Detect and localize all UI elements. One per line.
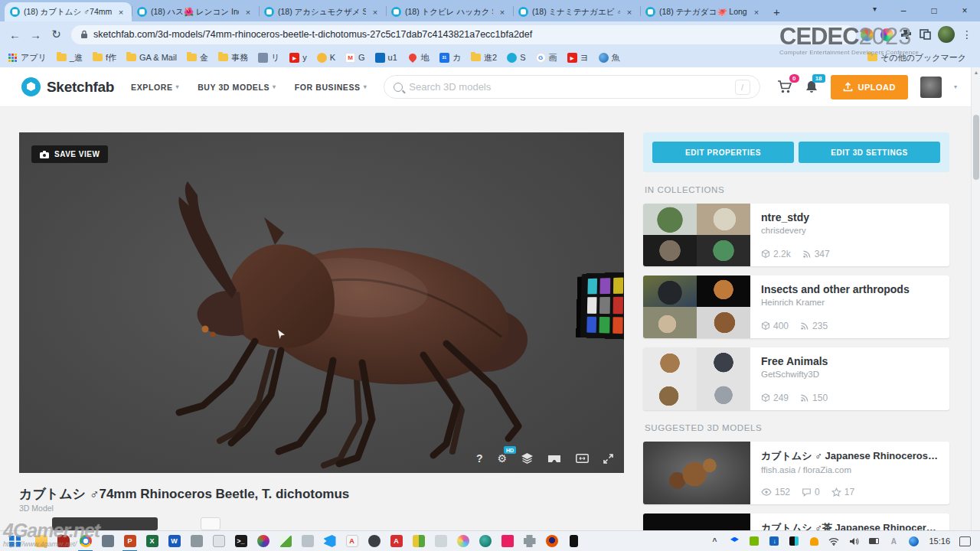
vr-button[interactable] [547, 455, 561, 463]
bookmark-site[interactable]: K [317, 53, 335, 63]
start-button[interactable] [9, 536, 21, 547]
bookmark-folder[interactable]: 進2 [471, 52, 497, 64]
tray-ime-icon[interactable]: A [884, 531, 903, 551]
cart-button[interactable]: 0 [777, 80, 792, 94]
search-box[interactable]: / [384, 75, 760, 99]
extensions-puzzle-icon[interactable] [900, 28, 913, 41]
tab-rhinoceros-beetle[interactable]: (18) カブトムシ ♂74mm Rhin × [5, 2, 132, 21]
tray-chevron-icon[interactable]: ^ [705, 531, 724, 551]
tab-octopus[interactable]: (18) テナガダコ🐙 Long Arm × [640, 2, 767, 21]
taskbar-app-yellow-green[interactable] [407, 531, 430, 551]
scrollbar-up-arrow[interactable]: ▲ [973, 70, 979, 76]
notification-center-icon[interactable] [959, 536, 971, 546]
collection-card[interactable]: ntre_stdy chrisdevery 2.2k 347 [643, 204, 949, 266]
tab-close-icon[interactable]: × [243, 8, 253, 17]
scrollbar-thumb[interactable] [973, 115, 979, 180]
nav-explore[interactable]: EXPLORE▾ [131, 83, 179, 92]
window-minimize-button[interactable]: – [888, 5, 919, 16]
tab-close-icon[interactable]: × [370, 8, 381, 17]
page-scrollbar[interactable]: ▲ [971, 67, 980, 530]
suggested-model-card[interactable]: カブトムシ ♂ Japanese Rhinoceros Beetle... ff… [643, 442, 949, 504]
tray-nvidia-icon[interactable] [745, 531, 763, 551]
window-close-button[interactable]: × [949, 5, 980, 16]
bookmark-site[interactable]: リ [258, 52, 279, 64]
taskbar-device-app[interactable] [563, 531, 585, 551]
taskbar-app-red[interactable] [52, 531, 74, 551]
theater-mode-button[interactable] [576, 454, 589, 463]
fullscreen-button[interactable] [603, 454, 613, 464]
bookmark-gmail[interactable]: MG [345, 53, 365, 63]
tray-battery-icon[interactable] [864, 531, 883, 551]
taskbar-powerpoint[interactable]: P [119, 531, 141, 551]
nav-for-business[interactable]: FOR BUSINESS▾ [295, 83, 368, 92]
bookmark-youtube[interactable]: ▶ヨ [567, 52, 589, 64]
taskbar-clock[interactable]: 15:16 [924, 536, 958, 546]
taskbar-gamepad[interactable] [518, 531, 541, 551]
bookmark-folder[interactable]: 事務 [218, 52, 248, 64]
window-maximize-button[interactable]: □ [919, 5, 949, 16]
new-tab-button[interactable]: + [773, 5, 780, 18]
settings-button[interactable]: ⚙HD [497, 453, 507, 464]
taskbar-editor-green[interactable] [274, 531, 296, 551]
extension-icon[interactable] [861, 28, 874, 41]
tray-wifi-icon[interactable] [825, 531, 843, 551]
3d-viewer-canvas[interactable]: SAVE VIEW ? ⚙HD [19, 132, 624, 473]
tab-close-icon[interactable]: × [751, 8, 762, 17]
bookmark-sketchfab[interactable]: S [507, 53, 525, 63]
model-tag-chip[interactable] [52, 517, 158, 530]
tray-password-key-icon[interactable] [805, 531, 823, 551]
back-button[interactable]: ← [5, 28, 25, 41]
other-bookmarks[interactable]: その他のブックマーク [867, 52, 972, 64]
taskbar-terminal[interactable]: >_ [230, 531, 252, 551]
browser-profile-avatar[interactable] [938, 26, 955, 43]
bookmark-site[interactable]: 魚 [599, 52, 620, 64]
nav-buy-3d-models[interactable]: BUY 3D MODELS▾ [198, 83, 276, 92]
reload-button[interactable]: ↻ [46, 28, 67, 41]
url-input[interactable] [93, 29, 847, 40]
split-window-icon[interactable] [920, 29, 931, 40]
taskbar-app-grid[interactable] [430, 531, 452, 551]
bookmark-folder[interactable]: 金 [187, 52, 208, 64]
save-view-button[interactable]: SAVE VIEW [31, 145, 108, 163]
sketchfab-logo[interactable]: Sketchfab [21, 77, 114, 96]
upload-button[interactable]: UPLOAD [831, 75, 908, 99]
tray-volume-icon[interactable] [844, 531, 863, 551]
tab-hammerhead[interactable]: (18) アカシュモクザメ Scallope × [259, 2, 386, 21]
suggested-model-card[interactable]: カブトムシ ♂茶 Japanese Rhinoceros Beet... ffi… [643, 514, 949, 530]
browser-menu-icon[interactable]: ⋮ [962, 28, 972, 41]
taskbar-app-dark-circle[interactable] [363, 531, 385, 551]
collection-card[interactable]: Free Animals GetSchwifty3D 249 150 [643, 347, 949, 410]
tray-display-icon[interactable] [785, 531, 803, 551]
taskbar-audio-app[interactable] [541, 531, 563, 551]
bookmark-outlook[interactable]: u1 [375, 53, 397, 63]
bookmark-folder[interactable]: f作 [93, 52, 116, 64]
bookmark-calendar[interactable]: 31カ [439, 52, 461, 64]
user-avatar[interactable] [920, 77, 942, 98]
taskbar-app-gray[interactable] [296, 531, 318, 551]
bookmark-youtube[interactable]: ▶y [289, 53, 307, 63]
tab-sailfin[interactable]: (18) トクビレ ハッカク Sailfin P × [386, 2, 513, 21]
tab-close-icon[interactable]: × [624, 8, 635, 17]
taskbar-photos[interactable] [96, 531, 119, 551]
taskbar-media-player[interactable] [252, 531, 274, 551]
taskbar-pinwheel[interactable] [452, 531, 474, 551]
taskbar-app-keys[interactable] [185, 531, 207, 551]
tray-dropbox-icon[interactable] [725, 531, 743, 551]
edit-3d-settings-button[interactable]: EDIT 3D SETTINGS [799, 142, 940, 163]
notifications-button[interactable]: 18 [805, 80, 818, 94]
bookmark-maps[interactable]: 地 [407, 52, 430, 64]
tab-prawn[interactable]: (18) ミナミテナガエビ ♂ Fresh × [513, 2, 640, 21]
chevron-down-icon[interactable]: ▾ [954, 83, 957, 90]
bookmark-folder[interactable]: GA & Mail [126, 53, 177, 62]
taskbar-explorer[interactable] [30, 531, 52, 551]
model-tag-chip[interactable] [201, 517, 220, 530]
tray-browser-icon[interactable] [904, 531, 923, 551]
taskbar-vscode[interactable] [318, 531, 341, 551]
tray-download-icon[interactable]: ↓ [765, 531, 783, 551]
bookmark-apps[interactable]: アプリ [8, 52, 47, 64]
help-button[interactable]: ? [476, 453, 483, 464]
taskbar-adobe-acrobat[interactable]: A [385, 531, 407, 551]
taskbar-chrome[interactable] [74, 531, 96, 551]
tab-lotus[interactable]: (18) ハス🌺 レンコン Indian L × [132, 2, 259, 21]
taskbar-app-teal-circle[interactable] [474, 531, 496, 551]
